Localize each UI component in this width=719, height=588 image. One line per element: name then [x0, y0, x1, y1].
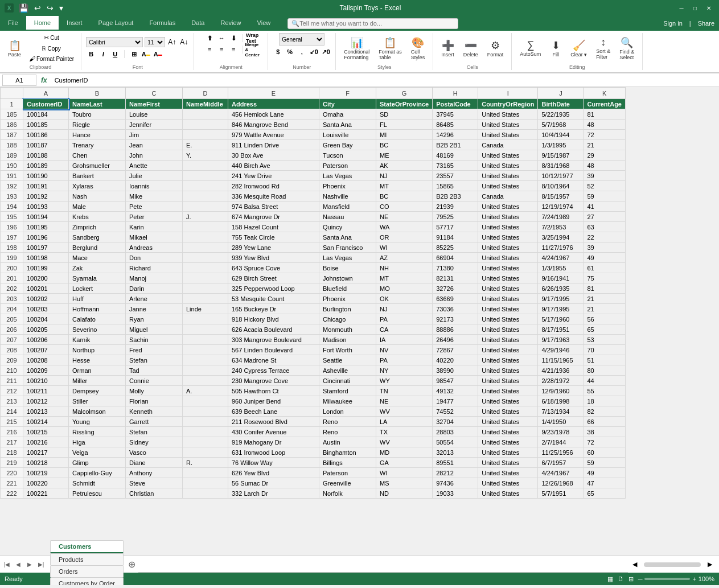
- cell-age[interactable]: 47: [584, 478, 626, 488]
- cell-birthdate[interactable]: 6/18/1998: [538, 396, 584, 406]
- cell-customerid[interactable]: 100212: [23, 396, 69, 406]
- align-middle-button[interactable]: ↔: [216, 33, 227, 43]
- cell-customerid[interactable]: 100216: [23, 437, 69, 447]
- table-row[interactable]: 221 100220 Schmidt Steve 56 Sumac Dr Gre…: [1, 478, 626, 488]
- cell-age[interactable]: 56: [584, 314, 626, 324]
- cell-namemiddle[interactable]: J.: [183, 212, 228, 222]
- ribbon-search-bar[interactable]: 🔍: [287, 18, 458, 29]
- cell-city[interactable]: Nassau: [319, 212, 376, 222]
- table-row[interactable]: 222 100221 Petrulescu Christian 332 Larc…: [1, 488, 626, 499]
- cell-namefirst[interactable]: Ioannis: [126, 181, 183, 191]
- cell-namelast[interactable]: Toubro: [69, 109, 126, 120]
- cell-age[interactable]: 72: [584, 437, 626, 447]
- cell-address[interactable]: 960 Juniper Bend: [228, 396, 319, 406]
- cell-namelast[interactable]: Huff: [69, 294, 126, 304]
- cell-state[interactable]: WA: [376, 222, 433, 232]
- cell-city[interactable]: Monmouth: [319, 324, 376, 335]
- cell-country[interactable]: United States: [478, 130, 538, 140]
- decrease-font-button[interactable]: A↓: [179, 38, 189, 47]
- cell-age[interactable]: 48: [584, 120, 626, 130]
- table-row[interactable]: 196 100195 Zimprich Karin 158 Hazel Coun…: [1, 222, 626, 232]
- cell-age[interactable]: 66: [584, 417, 626, 427]
- table-row[interactable]: 217 100216 Higa Sidney 919 Mahogany Dr A…: [1, 437, 626, 447]
- cell-age[interactable]: 51: [584, 355, 626, 365]
- header-namelast[interactable]: NameLast: [69, 99, 126, 109]
- page-break-view-button[interactable]: ⊞: [628, 575, 634, 583]
- cell-city[interactable]: Fort Worth: [319, 345, 376, 355]
- table-row[interactable]: 215 100214 Young Garrett 211 Rosewood Bl…: [1, 417, 626, 427]
- cell-city[interactable]: Burlington: [319, 304, 376, 314]
- cell-namelast[interactable]: Male: [69, 202, 126, 212]
- cell-namelast[interactable]: Hoffmann: [69, 304, 126, 314]
- cell-state[interactable]: NV: [376, 345, 433, 355]
- cell-birthdate[interactable]: 8/31/1968: [538, 161, 584, 171]
- table-row[interactable]: 213 100212 Stiller Florian 960 Juniper B…: [1, 396, 626, 406]
- cell-birthdate[interactable]: 7/13/1934: [538, 406, 584, 417]
- cell-namemiddle[interactable]: [183, 130, 228, 140]
- cell-postal[interactable]: 72867: [433, 345, 478, 355]
- tab-insert[interactable]: Insert: [59, 16, 91, 31]
- cell-namemiddle[interactable]: [183, 120, 228, 130]
- table-row[interactable]: 220 100219 Cappiello-Guy Anthony 626 Yew…: [1, 468, 626, 478]
- cell-customerid[interactable]: 100188: [23, 150, 69, 161]
- cell-state[interactable]: CA: [376, 324, 433, 335]
- tab-first-button[interactable]: |◀: [2, 560, 11, 569]
- cell-postal[interactable]: B2B 2B3: [433, 191, 478, 202]
- cell-customerid[interactable]: 100196: [23, 232, 69, 242]
- cell-country[interactable]: United States: [478, 263, 538, 273]
- cell-customerid[interactable]: 100214: [23, 417, 69, 427]
- cell-birthdate[interactable]: 7/24/1989: [538, 212, 584, 222]
- cell-postal[interactable]: 48169: [433, 150, 478, 161]
- cell-namefirst[interactable]: Mikael: [126, 232, 183, 242]
- cell-address[interactable]: 846 Mangrove Bend: [228, 120, 319, 130]
- cell-customerid[interactable]: 100205: [23, 324, 69, 335]
- cell-birthdate[interactable]: 9/16/1941: [538, 273, 584, 283]
- col-header-G[interactable]: G: [376, 88, 433, 99]
- table-row[interactable]: 197 100196 Sandberg Mikael 755 Teak Circ…: [1, 232, 626, 242]
- cell-namemiddle[interactable]: [183, 447, 228, 458]
- cell-postal[interactable]: 73165: [433, 161, 478, 171]
- cell-birthdate[interactable]: 5/7/1968: [538, 120, 584, 130]
- cell-customerid[interactable]: 100199: [23, 263, 69, 273]
- cell-namemiddle[interactable]: Linde: [183, 304, 228, 314]
- cell-age[interactable]: 60: [584, 447, 626, 458]
- table-row[interactable]: 186 100185 Riegle Jennifer 846 Mangrove …: [1, 120, 626, 130]
- header-namefirst[interactable]: NameFirst: [126, 99, 183, 109]
- fill-color-button[interactable]: A▬: [141, 49, 151, 59]
- cell-age[interactable]: 59: [584, 458, 626, 468]
- cell-age[interactable]: 80: [584, 365, 626, 376]
- cell-postal[interactable]: 71380: [433, 263, 478, 273]
- cell-age[interactable]: 39: [584, 171, 626, 181]
- cell-address[interactable]: 165 Buckeye Dr: [228, 304, 319, 314]
- clear-button[interactable]: 🧹 Clear ▾: [567, 38, 590, 59]
- header-namemiddle[interactable]: NameMiddle: [183, 99, 228, 109]
- cell-city[interactable]: Norfolk: [319, 488, 376, 499]
- cell-namelast[interactable]: Dempsey: [69, 386, 126, 396]
- cell-namelast[interactable]: Riegle: [69, 120, 126, 130]
- format-as-table-button[interactable]: 📋 Format asTable: [375, 35, 405, 61]
- cell-city[interactable]: Nashville: [319, 191, 376, 202]
- cell-address[interactable]: 56 Sumac Dr: [228, 478, 319, 488]
- cell-postal[interactable]: 32013: [433, 447, 478, 458]
- cell-customerid[interactable]: 100200: [23, 273, 69, 283]
- cell-postal[interactable]: 82131: [433, 273, 478, 283]
- cell-country[interactable]: United States: [478, 386, 538, 396]
- cell-birthdate[interactable]: 4/21/1936: [538, 365, 584, 376]
- cell-country[interactable]: United States: [478, 365, 538, 376]
- cell-address[interactable]: 158 Hazel Count: [228, 222, 319, 232]
- cell-country[interactable]: Canada: [478, 191, 538, 202]
- cell-postal[interactable]: 92173: [433, 314, 478, 324]
- cell-namelast[interactable]: Orman: [69, 365, 126, 376]
- table-row[interactable]: 191 100190 Bankert Julie 241 Yew Drive L…: [1, 171, 626, 181]
- cell-namefirst[interactable]: Don: [126, 253, 183, 263]
- table-wrapper[interactable]: A B C D E F G H I J K 1 CustomerID: [0, 87, 719, 556]
- cell-namelast[interactable]: Petrulescu: [69, 488, 126, 499]
- cell-country[interactable]: United States: [478, 324, 538, 335]
- cell-state[interactable]: NH: [376, 263, 433, 273]
- cell-namelast[interactable]: Glimp: [69, 458, 126, 468]
- cell-namelast[interactable]: Calafato: [69, 314, 126, 324]
- cell-age[interactable]: 21: [584, 140, 626, 150]
- header-customerid[interactable]: CustomerID: [23, 99, 69, 109]
- cell-state[interactable]: WY: [376, 376, 433, 386]
- cell-state[interactable]: GA: [376, 458, 433, 468]
